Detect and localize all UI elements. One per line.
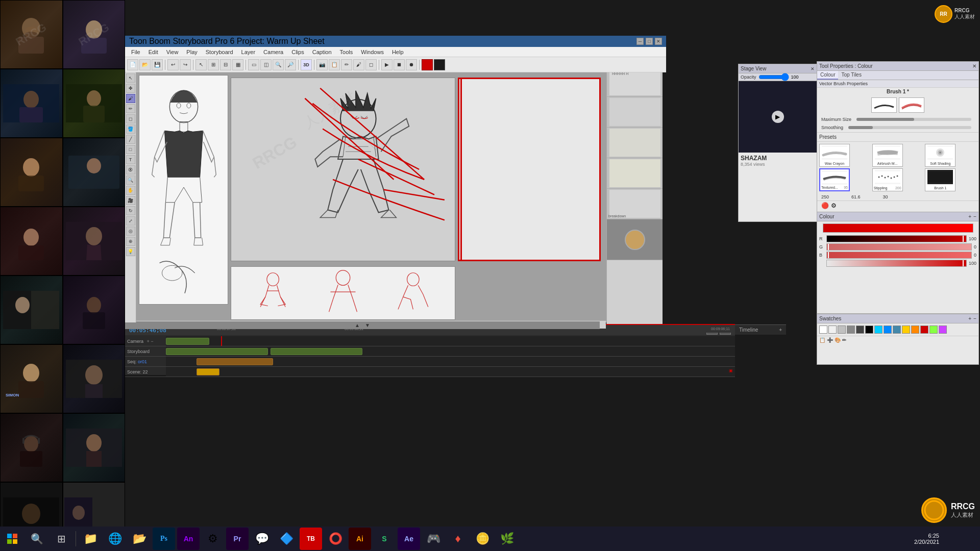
stage-view-close[interactable]: ✕ bbox=[811, 66, 815, 71]
toolbar-color-swatch[interactable] bbox=[422, 59, 433, 70]
camera-minus-btn[interactable]: − bbox=[151, 339, 153, 344]
swatches-icon-3[interactable]: 🎨 bbox=[835, 337, 841, 343]
menu-clips[interactable]: Clips bbox=[287, 48, 308, 56]
taskbar-illustrator[interactable]: Ai bbox=[349, 528, 371, 550]
color-add-btn[interactable]: + bbox=[968, 214, 971, 219]
tool-arrow[interactable]: ↖ bbox=[126, 73, 135, 83]
preset-soft-shading[interactable]: Soft Shading bbox=[925, 144, 955, 167]
video-cell-11[interactable]: SIMON bbox=[0, 344, 63, 413]
tool-zoom[interactable]: 🔍 bbox=[126, 176, 135, 185]
scene-track-content[interactable] bbox=[166, 367, 735, 377]
color-b-slider[interactable] bbox=[826, 252, 972, 259]
swatch-green[interactable] bbox=[929, 325, 938, 334]
menu-windows[interactable]: Windows bbox=[357, 48, 388, 56]
tool-brush[interactable]: 🖌 bbox=[126, 94, 135, 103]
video-cell-8[interactable] bbox=[63, 207, 126, 276]
toolbar-pen[interactable]: ✏ bbox=[341, 59, 352, 70]
taskbar-zbrush[interactable]: ♦ bbox=[447, 528, 469, 550]
swatches-icon-1[interactable]: 📋 bbox=[819, 337, 825, 343]
close-button[interactable]: ✕ bbox=[655, 38, 662, 45]
swatches-icon-2[interactable]: ➕ bbox=[827, 337, 833, 343]
opacity-slider[interactable] bbox=[758, 74, 789, 80]
taskbar-sketchbook[interactable]: S bbox=[373, 528, 396, 550]
menu-edit[interactable]: Edit bbox=[144, 48, 162, 56]
preset-airbrush[interactable]: Airbrush M... bbox=[872, 144, 903, 167]
tool-eyedropper[interactable]: ⦿ bbox=[126, 165, 135, 174]
menu-help[interactable]: Help bbox=[388, 48, 408, 56]
storyboard-track-content[interactable] bbox=[166, 346, 735, 356]
video-cell-4[interactable] bbox=[63, 69, 126, 138]
video-cell-5[interactable] bbox=[0, 138, 63, 207]
taskbar-animate[interactable]: An bbox=[177, 528, 200, 550]
sidebar-thumb-7[interactable] bbox=[607, 219, 663, 260]
toolbar-undo[interactable]: ↩ bbox=[167, 59, 179, 70]
seq-link[interactable]: or01 bbox=[138, 359, 147, 364]
toolbar-transform[interactable]: ⊞ bbox=[208, 59, 219, 70]
swatch-light-gray[interactable] bbox=[828, 325, 837, 334]
toolbar-save[interactable]: 💾 bbox=[152, 59, 163, 70]
menu-file[interactable]: File bbox=[127, 48, 144, 56]
toolbar-eraser[interactable]: ◻ bbox=[365, 59, 377, 70]
toolbar-color-picker[interactable] bbox=[434, 59, 445, 70]
color-swatch-main[interactable] bbox=[823, 223, 973, 233]
video-cell-6[interactable] bbox=[63, 138, 126, 207]
menu-storyboard[interactable]: Storyboard bbox=[202, 48, 237, 56]
opacity-channel-slider[interactable] bbox=[826, 260, 967, 267]
taskbar-settings[interactable]: ⚙ bbox=[202, 528, 224, 550]
swatch-charcoal[interactable] bbox=[856, 325, 864, 334]
taskbar-browser[interactable]: 🌐 bbox=[104, 528, 126, 550]
preset-stippling[interactable]: Stippling 200 bbox=[872, 168, 903, 191]
taskbar-photoshop[interactable]: Ps bbox=[153, 528, 175, 550]
preset-wax-crayon[interactable]: Wax Crayon bbox=[819, 144, 850, 167]
tool-pencil[interactable]: ✏ bbox=[126, 104, 135, 113]
menu-play[interactable]: Play bbox=[182, 48, 201, 56]
smoothing-slider[interactable] bbox=[848, 126, 971, 129]
camera-track-content[interactable] bbox=[166, 336, 735, 346]
sidebar-thumb-4[interactable] bbox=[607, 128, 663, 158]
start-button[interactable] bbox=[0, 527, 24, 551]
toolbar-play-btn[interactable]: ▶ bbox=[381, 59, 393, 70]
video-cell-9[interactable] bbox=[0, 276, 63, 344]
video-cell-12[interactable] bbox=[63, 344, 126, 413]
seq-track-content[interactable] bbox=[166, 357, 735, 366]
swatches-minus[interactable]: − bbox=[973, 316, 976, 321]
tool-props-close[interactable]: ✕ bbox=[972, 63, 976, 69]
tool-select[interactable]: ✤ bbox=[126, 84, 135, 93]
video-cell-13[interactable] bbox=[0, 413, 63, 482]
swatch-red[interactable] bbox=[920, 325, 928, 334]
swatch-white[interactable] bbox=[819, 325, 827, 334]
timeline-up[interactable]: ▲ bbox=[355, 322, 360, 328]
canvas-area[interactable]: RRCG 人人素材 bbox=[136, 72, 611, 322]
tool-camera-move[interactable]: 🎥 bbox=[126, 196, 135, 205]
timeline-down[interactable]: ▼ bbox=[365, 322, 370, 328]
taskbar-aftereffects[interactable]: Ae bbox=[398, 528, 420, 550]
max-size-slider[interactable] bbox=[856, 118, 971, 121]
swatch-cyan[interactable] bbox=[874, 325, 883, 334]
taskbar-substance[interactable]: ⭕ bbox=[324, 528, 347, 550]
taskbar-file-explorer[interactable]: 📁 bbox=[79, 528, 102, 550]
swatches-add[interactable]: + bbox=[968, 316, 971, 321]
taskbar-premiere[interactable]: Pr bbox=[226, 528, 249, 550]
taskbar-discord[interactable]: 💬 bbox=[251, 528, 273, 550]
color-r-slider[interactable] bbox=[826, 235, 967, 242]
toolbar-layer-btn[interactable]: 📋 bbox=[329, 59, 340, 70]
tool-eraser[interactable]: ◻ bbox=[126, 114, 135, 123]
tool-rotate[interactable]: ↻ bbox=[126, 206, 135, 215]
task-view[interactable]: ⊞ bbox=[49, 527, 74, 551]
toolbar-grid[interactable]: ⊟ bbox=[220, 59, 231, 70]
maximize-button[interactable]: □ bbox=[646, 38, 653, 45]
swatch-blue[interactable] bbox=[884, 325, 892, 334]
play-button[interactable]: ▶ bbox=[772, 111, 784, 123]
toolbar-new[interactable]: 📄 bbox=[127, 59, 138, 70]
taskbar-maya[interactable]: 🎮 bbox=[422, 528, 445, 550]
swatch-orange[interactable] bbox=[911, 325, 919, 334]
menu-camera[interactable]: Camera bbox=[259, 48, 287, 56]
taskbar-blender[interactable]: 🔷 bbox=[275, 528, 298, 550]
camera-add-btn[interactable]: + bbox=[147, 339, 150, 344]
swatch-mid-gray[interactable] bbox=[838, 325, 846, 334]
tool-light[interactable]: 💡 bbox=[126, 247, 135, 256]
swatch-teal[interactable] bbox=[893, 325, 901, 334]
swatch-black[interactable] bbox=[865, 325, 873, 334]
tool-onion[interactable]: ◎ bbox=[126, 227, 135, 236]
video-cell-7[interactable] bbox=[0, 207, 63, 276]
